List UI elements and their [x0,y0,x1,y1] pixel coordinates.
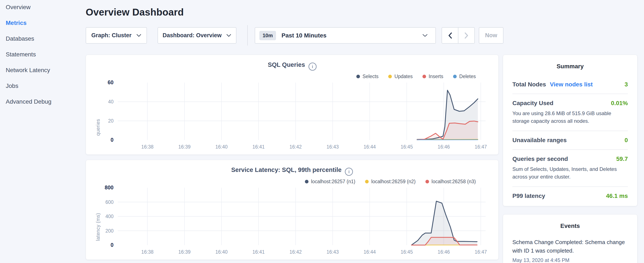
summary-title: Summary [512,55,628,70]
summary-row-capacity-used: Capacity Used0.01%You are using 28.6 MiB… [512,94,628,131]
svg-text:16:39: 16:39 [178,249,191,255]
summary-panel: Summary Total NodesView nodes list3Capac… [503,55,638,206]
sidebar-item-advanced-debug[interactable]: Advanced Debug [6,98,52,105]
sidebar-item-metrics[interactable]: Metrics [6,20,26,26]
sidebar-item-databases[interactable]: Databases [6,35,34,42]
svg-text:20: 20 [108,118,114,124]
summary-row-value: 3 [624,81,628,88]
legend-dot-icon [305,180,308,183]
legend-label: Inserts [428,74,443,79]
events-title: Events [512,214,628,229]
sidebar: OverviewMetricsDatabasesStatementsNetwor… [6,4,78,114]
time-range-selector[interactable]: 10m Past 10 Minutes [255,27,436,44]
summary-row-queries-per-second: Queries per second59.7Sum of Selects, Up… [512,150,628,187]
time-range-label: Past 10 Minutes [282,32,326,39]
legend-label: localhost:26258 (n3) [432,179,476,184]
summary-row-description: Sum of Selects, Updates, Inserts, and De… [512,165,628,181]
graph-dropdown-label: Graph: Cluster [91,32,132,39]
toolbar-divider [247,25,248,46]
chevron-right-icon [464,32,468,39]
chevron-down-icon [226,34,231,37]
legend-item-localhost-26258-n3[interactable]: localhost:26258 (n3) [426,179,476,184]
summary-row-label: Unavailable ranges [512,137,566,144]
summary-row-total-nodes: Total NodesView nodes list3 [512,75,628,94]
svg-text:16:45: 16:45 [400,249,413,255]
svg-text:16:43: 16:43 [326,144,339,150]
events-list: Schema Change Completed: Schema change w… [512,238,628,263]
svg-text:60: 60 [108,79,114,85]
summary-row-p99-latency: P99 latency46.1 ms [512,187,628,205]
info-icon[interactable]: i [345,168,353,176]
summary-row-value: 0 [624,137,628,144]
svg-text:16:45: 16:45 [400,144,413,150]
svg-text:16:47: 16:47 [475,144,487,150]
page-title: Overview Dashboard [86,7,184,18]
chart-title: Service Latency: SQL, 99th percentilei [86,166,498,176]
legend-dot-icon [365,180,369,183]
time-pager [442,27,475,44]
svg-text:200: 200 [106,228,114,234]
graph-dropdown[interactable]: Graph: Cluster [86,27,147,44]
chart-title-text: Service Latency: SQL, 99th percentile [231,166,342,173]
svg-text:16:41: 16:41 [252,249,265,255]
time-back-button[interactable] [442,28,458,43]
chart-legend: SelectsUpdatesInsertsDeletes [356,74,476,79]
legend-label: Updates [394,74,413,79]
legend-item-deletes[interactable]: Deletes [453,74,476,79]
sidebar-item-statements[interactable]: Statements [6,51,36,58]
chevron-down-icon [422,34,428,37]
chart-plot: 16:3816:3916:4016:4116:4216:4316:4416:45… [92,79,492,154]
svg-text:16:47: 16:47 [475,249,487,255]
legend-item-inserts[interactable]: Inserts [422,74,443,79]
chart-plot: 16:3816:3916:4016:4116:4216:4316:4416:45… [92,184,492,259]
legend-label: localhost:26257 (n1) [311,179,355,184]
chevron-left-icon [448,32,452,39]
summary-rows: Total NodesView nodes list3Capacity Used… [512,75,628,205]
summary-row-description: You are using 28.6 MiB of 515.9 GiB usab… [512,110,628,125]
app-root: OverviewMetricsDatabasesStatementsNetwor… [0,0,644,263]
svg-text:16:38: 16:38 [142,249,154,255]
svg-text:16:39: 16:39 [178,144,191,150]
svg-text:16:44: 16:44 [364,144,376,150]
chevron-down-icon [136,34,142,37]
dashboard-dropdown[interactable]: Dashboard: Overview [158,27,236,44]
legend-label: localhost:26259 (n2) [371,179,416,184]
svg-text:16:40: 16:40 [216,249,228,255]
legend-item-localhost-26259-n2[interactable]: localhost:26259 (n2) [365,179,416,184]
svg-text:16:42: 16:42 [289,249,302,255]
sql-queries-chart-card: SQL Queriesi SelectsUpdatesInsertsDelete… [86,55,498,155]
dashboard-dropdown-label: Dashboard: Overview [163,32,222,39]
sidebar-item-overview[interactable]: Overview [6,4,30,11]
summary-row-value: 59.7 [616,156,628,162]
sidebar-item-network-latency[interactable]: Network Latency [6,67,50,74]
event-timestamp: May 13, 2020 at 4:45 PM [512,257,628,263]
service-latency-chart-card: Service Latency: SQL, 99th percentilei l… [86,160,498,260]
view-nodes-list-link[interactable]: View nodes list [550,81,593,88]
summary-row-label: Capacity Used [512,100,554,107]
time-forward-button[interactable] [458,28,474,43]
svg-text:600: 600 [106,199,114,205]
legend-item-localhost-26257-n1[interactable]: localhost:26257 (n1) [305,179,355,184]
legend-dot-icon [356,75,360,78]
summary-row-value: 46.1 ms [606,193,628,199]
time-range-badge: 10m [260,31,276,40]
summary-row-label: Queries per second [512,156,568,162]
info-icon[interactable]: i [308,63,316,71]
svg-text:16:38: 16:38 [142,144,154,150]
svg-text:16:41: 16:41 [252,144,265,150]
svg-text:16:46: 16:46 [438,144,450,150]
summary-row-label: P99 latency [512,193,545,199]
chart-title: SQL Queriesi [86,61,498,71]
legend-dot-icon [426,180,429,183]
legend-item-updates[interactable]: Updates [388,74,413,79]
summary-row-value: 0.01% [611,100,628,107]
svg-text:40: 40 [108,99,114,105]
svg-text:0: 0 [110,137,114,143]
legend-item-selects[interactable]: Selects [356,74,378,79]
now-button[interactable]: Now [479,27,504,44]
svg-text:400: 400 [106,214,114,219]
summary-row-unavailable-ranges: Unavailable ranges0 [512,131,628,150]
svg-text:16:46: 16:46 [438,249,450,255]
sidebar-item-jobs[interactable]: Jobs [6,83,18,89]
summary-row-label: Total Nodes [512,81,546,88]
